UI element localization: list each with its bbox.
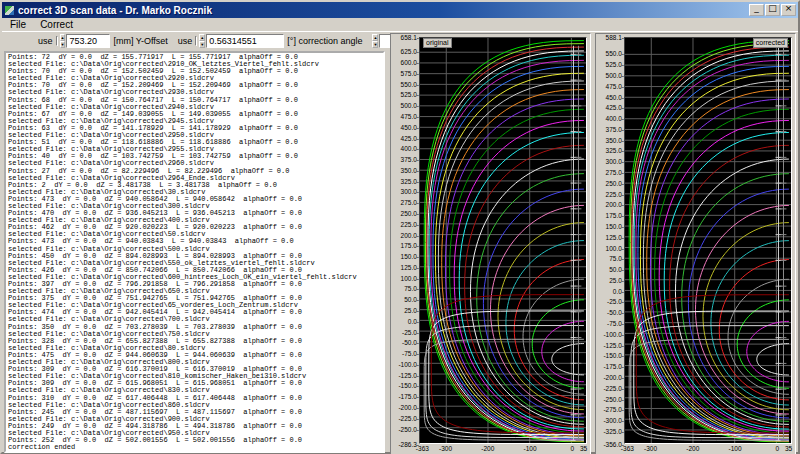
corrected-curves-svg: [625, 38, 791, 443]
y-tick-label: 525.0-: [401, 91, 419, 98]
correction-angle-spin-up-button[interactable]: ▲: [199, 34, 205, 41]
y-tick-label: -250.0-: [603, 395, 624, 402]
log-output[interactable]: Points: 72 dY = 0.0 dZ = 155.771917 L = …: [4, 51, 385, 453]
y-tick-label: -25.0-: [607, 298, 624, 305]
y-offset-spinner: ▲ ▼: [60, 34, 66, 48]
x-tick-label: -200: [481, 445, 494, 452]
close-button[interactable]: ×: [781, 4, 796, 16]
menu-item-correct[interactable]: Correct: [33, 18, 80, 32]
correction-angle-input[interactable]: [206, 34, 284, 48]
scan-curve: [633, 51, 789, 441]
y-tick-label: 200.0-: [606, 201, 624, 208]
x-tick-label: -300: [644, 445, 657, 452]
y-tick-label: -175.0-: [603, 363, 624, 370]
y-offset-use-checkbox[interactable]: [56, 36, 58, 46]
y-tick-label: 175.0-: [401, 242, 419, 249]
y-tick-label: -25.0-: [402, 328, 419, 335]
legend-corrected: corrected: [753, 38, 788, 48]
y-tick-label: 658.1-: [401, 34, 419, 41]
y-tick-label: 150.0-: [606, 222, 624, 229]
x-axis-labels: -363-300-200-100035: [624, 444, 792, 454]
scan-curve: [675, 159, 788, 424]
plot-canvas-original: original: [419, 37, 587, 444]
menu-item-file[interactable]: File: [3, 18, 33, 32]
scan-curve: [747, 321, 789, 382]
correction-angle-spin-down-button[interactable]: ▼: [199, 41, 205, 48]
y-tick-label: 100.0-: [606, 244, 624, 251]
y-tick-label: 525.0-: [606, 61, 624, 68]
y-tick-label: -150.0-: [603, 352, 624, 359]
y-tick-label: 475.0-: [401, 112, 419, 119]
y-tick-label: 300.0-: [401, 188, 419, 195]
plot-panel-original: 658.1-625.0-600.0-575.0-550.0-525.0-500.…: [390, 33, 591, 454]
x-tick-label: -300: [439, 445, 452, 452]
original-curves-svg: [420, 38, 586, 443]
log-line: correction ended: [8, 444, 383, 451]
y-tick-label: -300.0-: [603, 417, 624, 424]
y-tick-label: -200.0-: [603, 373, 624, 380]
y-tick-label: 275.0-: [606, 169, 624, 176]
scan-curve: [552, 344, 584, 375]
spin-down-icon: ▼: [200, 42, 204, 47]
correction-angle-use-checkbox[interactable]: [195, 36, 197, 46]
reference-offset-spin-down-button[interactable]: ▼: [372, 41, 378, 48]
y-tick-label: -50.0-: [402, 339, 419, 346]
y-tick-label: 600.0-: [401, 59, 419, 66]
y-tick-label: 500.0-: [401, 102, 419, 109]
y-tick-label: 125.0-: [401, 263, 419, 270]
y-tick-label: 225.0-: [606, 190, 624, 197]
toolbar: use ▲ ▼ [mm] Y-Offset use ▲ ▼ [°] correc…: [2, 32, 388, 50]
x-tick-label: -200: [686, 445, 699, 452]
y-tick-label: 25.0-: [609, 276, 624, 283]
plot-panel-corrected: 588.1-550.0-525.0-500.0-475.0-450.0-425.…: [595, 33, 796, 454]
y-tick-label: -275.0-: [603, 406, 624, 413]
y-tick-label: -325.0-: [603, 427, 624, 434]
y-tick-label: 575.0-: [401, 69, 419, 76]
y-tick-label: 450.0-: [401, 123, 419, 130]
y-offset-spin-down-button[interactable]: ▼: [60, 41, 66, 48]
y-tick-label: 200.0-: [401, 231, 419, 238]
menu-bar: File Correct: [2, 18, 798, 32]
reference-offset-spin-up-button[interactable]: ▲: [372, 34, 378, 41]
left-column: use ▲ ▼ [mm] Y-Offset use ▲ ▼ [°] correc…: [2, 32, 388, 454]
y-tick-label: 450.0-: [606, 93, 624, 100]
y-offset-input[interactable]: [66, 34, 110, 48]
y-offset-spin-up-button[interactable]: ▲: [60, 34, 66, 41]
x-tick-label: -363: [621, 445, 634, 452]
spin-down-icon: ▼: [61, 42, 65, 47]
close-icon: ×: [782, 4, 795, 13]
x-tick-label: 0: [775, 445, 779, 452]
y-tick-label: -200.0-: [398, 404, 419, 411]
plot-canvas-corrected: corrected: [624, 37, 792, 444]
legend-original: original: [423, 38, 452, 48]
y-tick-label: 325.0-: [401, 177, 419, 184]
y-tick-label: 275.0-: [401, 199, 419, 206]
y-tick-label: 625.0-: [401, 48, 419, 55]
plots-area: 658.1-625.0-600.0-575.0-550.0-525.0-500.…: [388, 32, 798, 454]
y-tick-label: -150.0-: [398, 382, 419, 389]
reference-offset-spinner: ▲ ▼: [372, 34, 378, 48]
x-tick-label: 35: [580, 445, 587, 452]
app-icon[interactable]: [4, 5, 15, 16]
y-tick-label: 350.0-: [606, 136, 624, 143]
minimize-button[interactable]: _: [749, 4, 764, 16]
maximize-icon: □: [766, 4, 779, 13]
y-offset-use-label: use: [38, 36, 53, 46]
y-tick-label: 400.0-: [401, 145, 419, 152]
maximize-button[interactable]: □: [765, 4, 780, 16]
spin-up-icon: ▲: [200, 35, 204, 40]
y-tick-label: 550.0-: [606, 50, 624, 57]
y-tick-label: 75.0-: [609, 255, 624, 262]
y-tick-label: -100.0-: [603, 330, 624, 337]
title-bar[interactable]: correct 3D scan data - Dr. Marko Rocznik…: [2, 2, 798, 18]
y-axis-labels: 658.1-625.0-600.0-575.0-550.0-525.0-500.…: [392, 37, 419, 444]
y-tick-label: -125.0-: [603, 341, 624, 348]
x-tick-label: 35: [785, 445, 792, 452]
app-window: correct 3D scan data - Dr. Marko Rocznik…: [0, 0, 800, 454]
y-tick-label: 175.0-: [606, 212, 624, 219]
y-tick-label: 50.0-: [404, 296, 419, 303]
y-tick-label: 375.0-: [606, 125, 624, 132]
scan-curve: [477, 174, 584, 422]
x-tick-label: -100: [523, 445, 536, 452]
spin-up-icon: ▲: [61, 35, 65, 40]
